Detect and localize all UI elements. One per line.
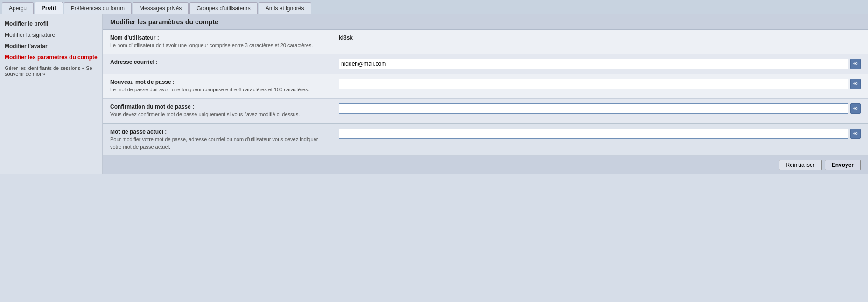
tab-preferences-forum[interactable]: Préférences du forum <box>64 2 132 14</box>
form-section-confirm-password: Confirmation du mot de passe : Vous deve… <box>103 99 868 123</box>
confirm-password-label-col: Confirmation du mot de passe : Vous deve… <box>110 103 339 118</box>
email-input[interactable] <box>339 59 848 69</box>
current-password-label: Mot de passe actuel : <box>110 129 329 135</box>
tab-bar: Aperçu Profil Préférences du forum Messa… <box>0 0 868 14</box>
current-password-input[interactable] <box>339 129 848 139</box>
username-label-col: Nom d'utilisateur : Le nom d'utilisateur… <box>110 34 339 49</box>
content-area: Modifier les paramètres du compte Nom d'… <box>103 14 868 174</box>
email-eye-button[interactable]: 👁 <box>850 59 861 69</box>
form-sections: Nom d'utilisateur : Le nom d'utilisateur… <box>103 30 868 156</box>
username-value-col: kl3sk <box>339 34 861 41</box>
new-password-description: Le mot de passe doit avoir une longueur … <box>110 86 329 93</box>
sidebar-item-modifier-signature[interactable]: Modifier la signature <box>0 29 102 41</box>
current-password-description: Pour modifier votre mot de passe, adress… <box>110 136 329 151</box>
sidebar-item-modifier-avatar[interactable]: Modifier l'avatar <box>0 41 102 52</box>
current-password-value-col: 👁 <box>339 129 861 139</box>
form-section-email: Adresse courriel : 👁 <box>103 54 868 74</box>
confirm-password-eye-button[interactable]: 👁 <box>850 103 861 114</box>
username-value: kl3sk <box>339 34 353 41</box>
confirm-password-value-col: 👁 <box>339 103 861 114</box>
confirm-password-description: Vous devez confirmer le mot de passe uni… <box>110 111 329 118</box>
current-password-label-col: Mot de passe actuel : Pour modifier votr… <box>110 129 339 151</box>
new-password-eye-button[interactable]: 👁 <box>850 79 861 89</box>
new-password-value-col: 👁 <box>339 79 861 89</box>
sidebar-item-gerer-identifiants[interactable]: Gérer les identifiants de sessions « Se … <box>0 63 102 79</box>
new-password-label-col: Nouveau mot de passe : Le mot de passe d… <box>110 79 339 93</box>
main-container: Modifier le profil Modifier la signature… <box>0 14 868 174</box>
sidebar-item-modifier-parametres[interactable]: Modifier les paramètres du compte <box>0 52 102 63</box>
confirm-password-label: Confirmation du mot de passe : <box>110 103 329 110</box>
tab-groupes[interactable]: Groupes d'utilisateurs <box>189 2 258 14</box>
tab-amis[interactable]: Amis et ignorés <box>259 2 311 14</box>
new-password-label: Nouveau mot de passe : <box>110 79 329 85</box>
form-footer: Réinitialiser Envoyer <box>103 156 868 174</box>
email-label-col: Adresse courriel : <box>110 59 339 66</box>
submit-button[interactable]: Envoyer <box>825 160 861 170</box>
sidebar-item-modifier-profil[interactable]: Modifier le profil <box>0 18 102 29</box>
tab-apercu[interactable]: Aperçu <box>2 2 34 14</box>
tab-messages-prives[interactable]: Messages privés <box>133 2 189 14</box>
reset-button[interactable]: Réinitialiser <box>779 160 822 170</box>
form-section-username: Nom d'utilisateur : Le nom d'utilisateur… <box>103 30 868 54</box>
sidebar: Modifier le profil Modifier la signature… <box>0 14 103 174</box>
tab-profil[interactable]: Profil <box>35 2 63 14</box>
current-password-eye-button[interactable]: 👁 <box>850 129 861 139</box>
form-section-new-password: Nouveau mot de passe : Le mot de passe d… <box>103 74 868 98</box>
page-title: Modifier les paramètres du compte <box>103 14 868 30</box>
username-description: Le nom d'utilisateur doit avoir une long… <box>110 42 329 49</box>
new-password-input[interactable] <box>339 79 848 89</box>
email-value-col: 👁 <box>339 59 861 69</box>
email-label: Adresse courriel : <box>110 59 329 65</box>
confirm-password-input[interactable] <box>339 103 848 114</box>
form-section-current-password: Mot de passe actuel : Pour modifier votr… <box>103 123 868 156</box>
username-label: Nom d'utilisateur : <box>110 34 329 41</box>
